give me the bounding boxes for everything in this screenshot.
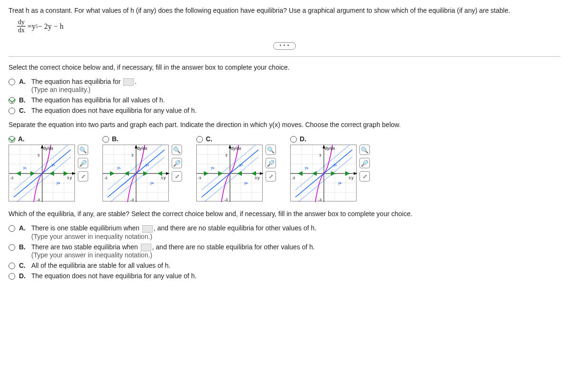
svg-text:3: 3 [225, 153, 228, 157]
zoom-out-icon[interactable]: 🔎 [78, 158, 88, 168]
ellipsis-button[interactable]: • • • [273, 42, 295, 50]
expand-icon[interactable]: ⤢ [172, 171, 182, 182]
zoom-in-icon[interactable]: 🔍 [172, 145, 182, 155]
graph-label-a: A. [18, 135, 25, 143]
prompt-stability: Which of the equilibria, if any, are sta… [9, 210, 560, 218]
choice-text: There is one stable equilibrium when , a… [31, 224, 316, 240]
svg-marker-99 [312, 171, 317, 176]
q3-b-hint: (Type your answer in inequality notation… [31, 251, 152, 259]
choice-label: B. [19, 96, 28, 104]
equals-sign: = [28, 22, 32, 31]
q3-b-pre: There are two stable equilibria when [31, 243, 140, 251]
svg-text:y₁: y₁ [305, 165, 308, 170]
choice-text: The equation has equilibria for all valu… [31, 96, 165, 104]
zoom-out-icon[interactable]: 🔎 [359, 158, 370, 168]
radio-q3-a[interactable] [9, 225, 15, 232]
differential-equation: dy dx = y5 − 2y − h [17, 19, 560, 34]
svg-text:3: 3 [37, 153, 40, 157]
svg-marker-16 [30, 171, 35, 176]
prompt-choice-1: Select the correct choice below and, if … [9, 64, 560, 71]
svg-text:y₃: y₃ [244, 181, 248, 185]
radio-q3-c[interactable] [9, 263, 15, 269]
svg-text:y₂: y₂ [146, 163, 149, 167]
svg-text:y₃: y₃ [338, 181, 341, 185]
q3-b-post: , and there are no stable equilibria for… [152, 243, 315, 251]
svg-text:y₂: y₂ [52, 163, 55, 167]
radio-graph-a[interactable] [9, 136, 15, 143]
svg-marker-37 [166, 172, 169, 175]
svg-text:-3: -3 [224, 198, 228, 202]
choice-label: C. [19, 262, 28, 269]
svg-text:3: 3 [67, 176, 69, 180]
zoom-in-icon[interactable]: 🔍 [78, 145, 88, 155]
svg-marker-73 [251, 171, 256, 176]
fraction-denominator: dx [18, 27, 25, 34]
svg-text:-3: -3 [104, 176, 108, 180]
svg-marker-42 [110, 171, 115, 176]
radio-graph-d[interactable] [290, 136, 297, 143]
svg-text:3: 3 [349, 176, 351, 180]
graph-c: dy/dxy -33 3-3 y₁ y₂ y₃ [196, 145, 263, 201]
svg-marker-15 [16, 171, 21, 176]
zoom-out-icon[interactable]: 🔎 [172, 158, 182, 168]
choice-label: D. [19, 272, 28, 280]
radio-graph-b[interactable] [102, 136, 109, 143]
radio-q3-b[interactable] [9, 244, 15, 251]
svg-text:y₂: y₂ [333, 163, 337, 167]
answer-box[interactable] [141, 244, 151, 251]
svg-marker-45 [157, 171, 162, 176]
svg-text:dy/dx: dy/dx [231, 146, 241, 151]
graph-label-c: C. [206, 135, 212, 143]
svg-marker-101 [345, 171, 350, 176]
q3-a-post: , and there are no stable equilibria for… [154, 224, 316, 232]
svg-marker-100 [331, 171, 336, 176]
radio-graph-c[interactable] [196, 136, 203, 143]
prompt-graph: Separate the equation into two parts and… [9, 121, 560, 128]
answer-box[interactable] [123, 78, 134, 86]
choice-label: B. [19, 243, 28, 251]
svg-text:3: 3 [319, 153, 321, 157]
svg-text:-3: -3 [292, 176, 295, 180]
q1-a-pre: The equation has equilibria for [31, 78, 122, 85]
radio-q1-b[interactable] [9, 97, 15, 104]
svg-text:y: y [257, 175, 260, 180]
svg-text:y₁: y₁ [211, 165, 214, 170]
svg-text:y: y [70, 175, 72, 180]
svg-marker-10 [72, 172, 75, 175]
q1-a-hint: (Type an inequality.) [31, 86, 91, 93]
svg-text:y: y [351, 175, 354, 180]
svg-text:-3: -3 [37, 198, 40, 202]
fraction-numerator: dy [17, 19, 26, 27]
svg-marker-18 [64, 171, 68, 176]
q1-choices: A. The equation has equilibria for . (Ty… [9, 78, 560, 114]
q3-choices: A. There is one stable equilibrium when … [9, 224, 560, 280]
zoom-out-icon[interactable]: 🔎 [266, 158, 276, 168]
radio-q3-d[interactable] [9, 273, 15, 280]
choice-label: A. [19, 78, 28, 85]
choice-label: A. [19, 224, 28, 232]
svg-text:y₁: y₁ [23, 165, 27, 170]
zoom-in-icon[interactable]: 🔍 [266, 145, 276, 155]
zoom-in-icon[interactable]: 🔍 [359, 145, 370, 155]
expand-icon[interactable]: ⤢ [359, 171, 370, 182]
svg-marker-65 [260, 172, 263, 175]
radio-q1-c[interactable] [9, 108, 15, 114]
separator [9, 56, 560, 57]
svg-text:dy/dx: dy/dx [325, 146, 335, 151]
expand-icon[interactable]: ⤢ [266, 171, 276, 182]
axis-ylabel: dy/dx [43, 146, 54, 151]
q3-a-pre: There is one stable equilibrium when [31, 224, 141, 232]
svg-marker-71 [218, 171, 223, 176]
graph-label-b: B. [112, 135, 119, 143]
svg-marker-44 [143, 171, 148, 176]
choice-text: There are two stable equilibria when , a… [31, 243, 315, 259]
radio-q1-a[interactable] [9, 79, 15, 85]
svg-text:3: 3 [131, 153, 134, 157]
svg-text:-3: -3 [130, 198, 134, 202]
question-text: Treat h as a constant. For what values o… [9, 7, 560, 14]
graph-a: dy/dx y -33 3-3 y₁ y₂ y₃ [9, 145, 75, 201]
q1-a-post: . [135, 78, 137, 85]
svg-text:3: 3 [161, 176, 163, 180]
expand-icon[interactable]: ⤢ [78, 171, 88, 182]
answer-box[interactable] [142, 225, 153, 233]
